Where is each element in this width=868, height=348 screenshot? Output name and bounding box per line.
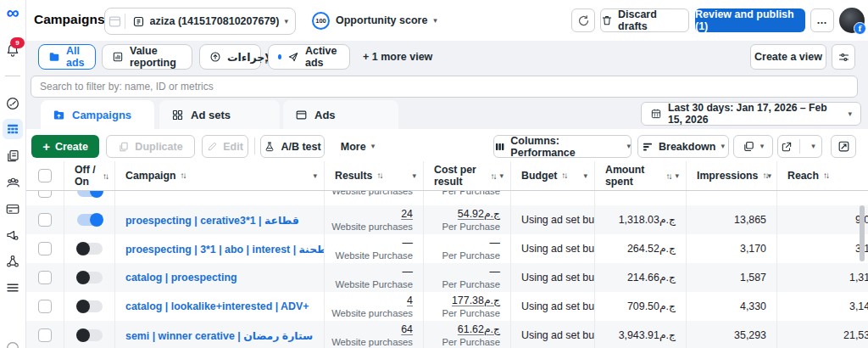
- cost-value[interactable]: 54.92ج.م: [458, 207, 500, 221]
- sort-icon[interactable]: ↑↓: [823, 171, 828, 180]
- review-and-publish-button[interactable]: Review and publish (1): [695, 8, 805, 32]
- tab-label: Campaigns: [72, 109, 131, 121]
- create-a-view-button[interactable]: Create a view: [750, 44, 826, 70]
- column-label: Cost per: [434, 164, 476, 176]
- view-tab-all-ads[interactable]: All ads: [38, 44, 96, 70]
- select-all-checkbox[interactable]: [38, 169, 52, 182]
- sidebar-item-ads-reporting[interactable]: [3, 146, 23, 166]
- campaign-toggle[interactable]: [77, 214, 103, 226]
- campaign-toggle[interactable]: [77, 191, 103, 197]
- columns-button[interactable]: Columns: Performance ▾: [493, 135, 632, 158]
- campaign-toggle[interactable]: [77, 243, 103, 255]
- ab-test-button[interactable]: A/B test: [260, 135, 325, 158]
- sidebar-item-billing[interactable]: [3, 199, 23, 219]
- cost-value[interactable]: —: [490, 265, 500, 278]
- view-settings-button[interactable]: [832, 44, 855, 70]
- sort-icon[interactable]: ↑↓: [180, 171, 185, 180]
- view-tab-actions[interactable]: الإجراءات: [199, 44, 261, 70]
- edit-button[interactable]: Edit: [202, 135, 248, 158]
- results-value[interactable]: —: [403, 236, 413, 250]
- column-menu-caret[interactable]: ▾: [499, 171, 504, 180]
- sort-icon[interactable]: ↑↓: [561, 171, 566, 180]
- table-scrollbar[interactable]: [860, 205, 865, 261]
- chevron-down-icon: ▾: [760, 143, 765, 150]
- results-value[interactable]: 4: [407, 294, 413, 307]
- campaign-name-link[interactable]: proespecting | 3*1 | abo | interest | مط…: [125, 243, 325, 255]
- column-header-reach[interactable]: Reach↑↓▾: [777, 161, 868, 190]
- sort-icon[interactable]: ↑↓: [665, 171, 670, 181]
- column-menu-caret[interactable]: ▾: [583, 171, 587, 180]
- reports-button[interactable]: ▾: [733, 135, 773, 158]
- campaign-name-link[interactable]: semi | winner cerative | ستارة رمضان: [125, 329, 313, 342]
- portfolio-icon[interactable]: [105, 8, 125, 34]
- campaign-name-link[interactable]: catalog | lookalike+interested | ADV+: [125, 300, 309, 312]
- tab-campaigns[interactable]: Campaigns: [41, 100, 154, 129]
- business-account-selector[interactable]: aziza (1415170810207679) ▾: [104, 8, 296, 35]
- column-header-cost[interactable]: Cost perresult↑↓▾: [424, 161, 511, 190]
- sort-icon[interactable]: ↑↓: [376, 171, 381, 180]
- row-checkbox[interactable]: [38, 300, 52, 313]
- results-value[interactable]: 24: [401, 207, 413, 221]
- row-checkbox[interactable]: [38, 242, 52, 255]
- tab-ad-sets[interactable]: Ad sets: [159, 100, 280, 129]
- campaign-toggle[interactable]: [77, 272, 103, 283]
- cost-value[interactable]: 61.62ج.م: [458, 323, 500, 336]
- sidebar-item-all-tools[interactable]: [3, 278, 23, 298]
- cost-value[interactable]: 177.38ج.م: [452, 294, 500, 307]
- row-checkbox[interactable]: [38, 213, 52, 227]
- sidebar-item-events-manager[interactable]: [3, 251, 23, 272]
- breakdown-button[interactable]: Breakdown ▾: [637, 135, 729, 158]
- more-actions-button[interactable]: More ▾: [336, 135, 380, 158]
- sidebar-item-audiences[interactable]: [3, 172, 23, 193]
- view-tab-value-reporting[interactable]: Value reporting: [102, 44, 192, 70]
- meta-logo-icon[interactable]: ∞: [2, 2, 24, 24]
- refresh-button[interactable]: [571, 8, 595, 32]
- column-header-spent[interactable]: Amountspent↑↓▾: [595, 161, 687, 190]
- column-header-budget[interactable]: Budget↑↓▾: [511, 161, 595, 190]
- search-input[interactable]: [31, 76, 858, 98]
- column-menu-caret[interactable]: ▾: [313, 171, 317, 180]
- column-header-results[interactable]: Results↑↓▾: [325, 161, 424, 190]
- column-menu-caret[interactable]: ▾: [412, 171, 416, 180]
- tab-ads[interactable]: Ads: [283, 100, 398, 129]
- more-options-button[interactable]: …: [810, 8, 834, 32]
- export-icon[interactable]: [778, 136, 794, 157]
- results-value[interactable]: —: [403, 265, 413, 278]
- row-checkbox[interactable]: [38, 191, 52, 198]
- row-checkbox[interactable]: [38, 328, 52, 342]
- cost-value[interactable]: —: [490, 236, 500, 250]
- discard-drafts-button[interactable]: Discard drafts: [600, 8, 689, 32]
- campaign-name-link[interactable]: proespecting | cerative3*1 | قطاعة: [125, 214, 299, 227]
- reach-value: 3,140: [849, 300, 868, 313]
- profile-avatar[interactable]: f: [839, 8, 865, 33]
- column-menu-caret[interactable]: ▾: [767, 171, 771, 180]
- campaign-toggle[interactable]: [77, 329, 103, 341]
- column-header-toggle[interactable]: Off /On↑↓: [64, 161, 115, 190]
- sort-icon[interactable]: ↑↓: [490, 171, 495, 181]
- sidebar-item-advertising-settings[interactable]: [3, 225, 23, 245]
- duplicate-button[interactable]: Duplicate: [106, 135, 195, 158]
- create-button[interactable]: + Create: [31, 135, 99, 158]
- column-header-name[interactable]: Campaign↑↓▾: [115, 161, 325, 190]
- campaign-name-link[interactable]: catalog | proespecting: [125, 272, 237, 283]
- export-button[interactable]: ▾: [777, 135, 822, 158]
- sidebar-item-campaigns[interactable]: [3, 119, 23, 139]
- opportunity-score-button[interactable]: 100 Opportunity score ▾: [312, 8, 437, 33]
- row-checkbox[interactable]: [38, 271, 52, 284]
- flask-icon: [264, 141, 275, 153]
- view-tab-active-ads[interactable]: Active ads: [268, 44, 350, 70]
- sidebar-item-account-overview[interactable]: [3, 93, 23, 114]
- column-menu-caret[interactable]: ▾: [675, 171, 679, 180]
- sidebar-item-help-icon[interactable]: [3, 338, 23, 348]
- results-value[interactable]: 64: [401, 323, 413, 336]
- charts-button[interactable]: [831, 135, 856, 158]
- campaign-row: Website purchasesPer Purchase: [25, 191, 868, 205]
- column-header-impr[interactable]: Impressions↑↓▾: [687, 161, 777, 190]
- campaign-toggle[interactable]: [77, 300, 103, 312]
- date-range-button[interactable]: Last 30 days: Jan 17, 2026 – Feb 15, 202…: [641, 102, 861, 126]
- sort-icon[interactable]: ↑↓: [103, 171, 108, 181]
- export-options-caret[interactable]: ▾: [805, 136, 821, 157]
- campaigns-folder-icon: [53, 109, 65, 121]
- more-views-button[interactable]: + 1 more view: [363, 44, 432, 70]
- button-divider: [799, 139, 800, 154]
